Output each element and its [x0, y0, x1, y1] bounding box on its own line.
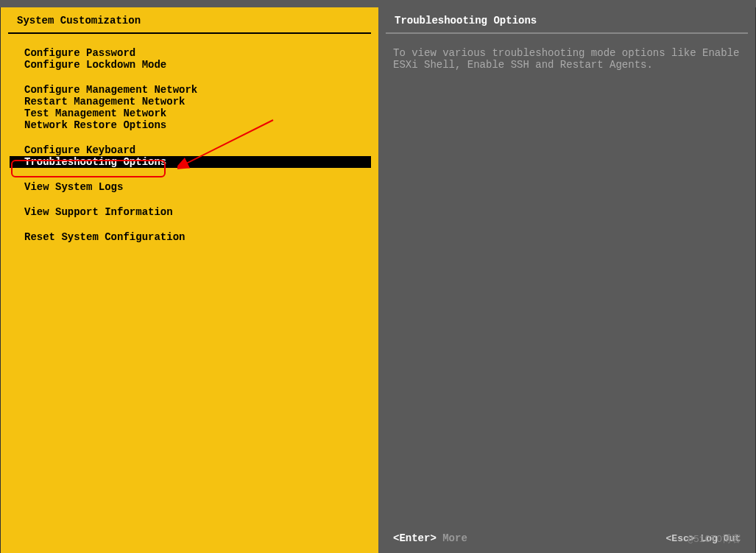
menu-configure-password[interactable]: Configure Password: [18, 47, 378, 59]
watermark: @51CTO博客: [688, 532, 741, 546]
right-panel-description: To view various troubleshooting mode opt…: [378, 34, 755, 84]
enter-key-label: <Enter>: [393, 532, 437, 544]
menu-section: Configure Password Configure Lockdown Mo…: [1, 34, 378, 243]
left-panel: System Customization Configure Password …: [0, 7, 378, 553]
right-panel: Troubleshooting Options To view various …: [378, 7, 756, 553]
hint-enter: <Enter> More: [393, 532, 467, 544]
menu-restart-management-network[interactable]: Restart Management Network: [18, 96, 378, 108]
menu-test-management-network[interactable]: Test Management Network: [18, 108, 378, 119]
menu-reset-system-configuration[interactable]: Reset System Configuration: [18, 231, 378, 243]
menu-group-6: Reset System Configuration: [10, 231, 378, 243]
left-panel-title: System Customization: [8, 7, 371, 34]
menu-network-restore-options[interactable]: Network Restore Options: [18, 119, 378, 131]
menu-group-5: View Support Information: [10, 206, 378, 218]
top-bar: [0, 0, 756, 7]
menu-configure-management-network[interactable]: Configure Management Network: [18, 84, 378, 96]
menu-group-4: View System Logs: [10, 181, 378, 193]
enter-action-label: More: [442, 532, 467, 544]
main-container: System Customization Configure Password …: [0, 7, 756, 553]
menu-group-1: Configure Password Configure Lockdown Mo…: [10, 47, 378, 71]
menu-view-system-logs[interactable]: View System Logs: [18, 181, 378, 193]
menu-group-2: Configure Management Network Restart Man…: [10, 84, 378, 131]
right-panel-title: Troubleshooting Options: [386, 7, 748, 34]
menu-configure-keyboard[interactable]: Configure Keyboard: [18, 144, 378, 156]
menu-group-3: Configure Keyboard Troubleshooting Optio…: [10, 144, 378, 168]
menu-configure-lockdown-mode[interactable]: Configure Lockdown Mode: [18, 59, 378, 71]
menu-troubleshooting-options[interactable]: Troubleshooting Options: [10, 156, 371, 168]
menu-view-support-information[interactable]: View Support Information: [18, 206, 378, 218]
